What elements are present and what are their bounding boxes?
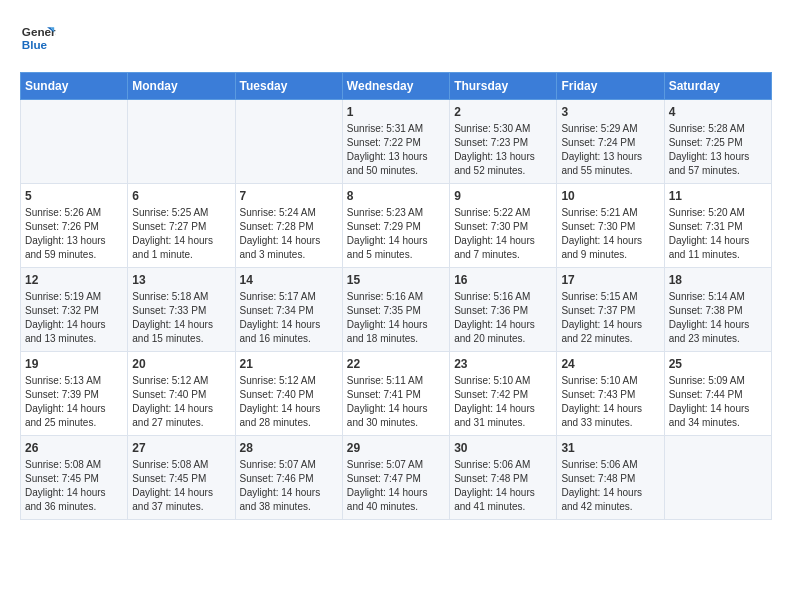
calendar-cell: 17Sunrise: 5:15 AM Sunset: 7:37 PM Dayli… (557, 268, 664, 352)
day-content: Sunrise: 5:31 AM Sunset: 7:22 PM Dayligh… (347, 122, 445, 178)
calendar-cell: 11Sunrise: 5:20 AM Sunset: 7:31 PM Dayli… (664, 184, 771, 268)
day-header-monday: Monday (128, 73, 235, 100)
day-number: 26 (25, 441, 123, 455)
calendar-cell: 18Sunrise: 5:14 AM Sunset: 7:38 PM Dayli… (664, 268, 771, 352)
calendar-cell: 19Sunrise: 5:13 AM Sunset: 7:39 PM Dayli… (21, 352, 128, 436)
calendar-cell: 24Sunrise: 5:10 AM Sunset: 7:43 PM Dayli… (557, 352, 664, 436)
day-content: Sunrise: 5:25 AM Sunset: 7:27 PM Dayligh… (132, 206, 230, 262)
day-number: 9 (454, 189, 552, 203)
day-number: 14 (240, 273, 338, 287)
day-number: 1 (347, 105, 445, 119)
day-number: 28 (240, 441, 338, 455)
day-content: Sunrise: 5:15 AM Sunset: 7:37 PM Dayligh… (561, 290, 659, 346)
day-content: Sunrise: 5:23 AM Sunset: 7:29 PM Dayligh… (347, 206, 445, 262)
day-number: 22 (347, 357, 445, 371)
day-number: 2 (454, 105, 552, 119)
calendar-week-row: 19Sunrise: 5:13 AM Sunset: 7:39 PM Dayli… (21, 352, 772, 436)
calendar-cell: 15Sunrise: 5:16 AM Sunset: 7:35 PM Dayli… (342, 268, 449, 352)
calendar-cell: 12Sunrise: 5:19 AM Sunset: 7:32 PM Dayli… (21, 268, 128, 352)
calendar-week-row: 26Sunrise: 5:08 AM Sunset: 7:45 PM Dayli… (21, 436, 772, 520)
day-content: Sunrise: 5:06 AM Sunset: 7:48 PM Dayligh… (561, 458, 659, 514)
day-number: 7 (240, 189, 338, 203)
day-number: 21 (240, 357, 338, 371)
day-header-friday: Friday (557, 73, 664, 100)
day-header-wednesday: Wednesday (342, 73, 449, 100)
day-content: Sunrise: 5:09 AM Sunset: 7:44 PM Dayligh… (669, 374, 767, 430)
calendar-week-row: 5Sunrise: 5:26 AM Sunset: 7:26 PM Daylig… (21, 184, 772, 268)
day-content: Sunrise: 5:07 AM Sunset: 7:46 PM Dayligh… (240, 458, 338, 514)
calendar-cell: 27Sunrise: 5:08 AM Sunset: 7:45 PM Dayli… (128, 436, 235, 520)
day-number: 29 (347, 441, 445, 455)
day-header-saturday: Saturday (664, 73, 771, 100)
calendar-cell: 7Sunrise: 5:24 AM Sunset: 7:28 PM Daylig… (235, 184, 342, 268)
day-number: 23 (454, 357, 552, 371)
logo-icon: General Blue (20, 20, 56, 56)
calendar-cell: 5Sunrise: 5:26 AM Sunset: 7:26 PM Daylig… (21, 184, 128, 268)
day-content: Sunrise: 5:21 AM Sunset: 7:30 PM Dayligh… (561, 206, 659, 262)
day-number: 3 (561, 105, 659, 119)
calendar-cell: 8Sunrise: 5:23 AM Sunset: 7:29 PM Daylig… (342, 184, 449, 268)
day-number: 10 (561, 189, 659, 203)
day-content: Sunrise: 5:20 AM Sunset: 7:31 PM Dayligh… (669, 206, 767, 262)
day-content: Sunrise: 5:28 AM Sunset: 7:25 PM Dayligh… (669, 122, 767, 178)
day-number: 27 (132, 441, 230, 455)
day-number: 31 (561, 441, 659, 455)
day-content: Sunrise: 5:10 AM Sunset: 7:43 PM Dayligh… (561, 374, 659, 430)
day-number: 19 (25, 357, 123, 371)
calendar-table: SundayMondayTuesdayWednesdayThursdayFrid… (20, 72, 772, 520)
day-number: 20 (132, 357, 230, 371)
day-content: Sunrise: 5:08 AM Sunset: 7:45 PM Dayligh… (25, 458, 123, 514)
day-header-tuesday: Tuesday (235, 73, 342, 100)
day-number: 15 (347, 273, 445, 287)
day-header-thursday: Thursday (450, 73, 557, 100)
calendar-cell (128, 100, 235, 184)
calendar-cell: 9Sunrise: 5:22 AM Sunset: 7:30 PM Daylig… (450, 184, 557, 268)
day-number: 13 (132, 273, 230, 287)
calendar-cell (235, 100, 342, 184)
calendar-cell: 23Sunrise: 5:10 AM Sunset: 7:42 PM Dayli… (450, 352, 557, 436)
day-number: 12 (25, 273, 123, 287)
day-number: 25 (669, 357, 767, 371)
day-number: 30 (454, 441, 552, 455)
day-content: Sunrise: 5:30 AM Sunset: 7:23 PM Dayligh… (454, 122, 552, 178)
day-number: 8 (347, 189, 445, 203)
calendar-cell: 16Sunrise: 5:16 AM Sunset: 7:36 PM Dayli… (450, 268, 557, 352)
calendar-cell: 26Sunrise: 5:08 AM Sunset: 7:45 PM Dayli… (21, 436, 128, 520)
day-content: Sunrise: 5:19 AM Sunset: 7:32 PM Dayligh… (25, 290, 123, 346)
day-number: 18 (669, 273, 767, 287)
day-content: Sunrise: 5:08 AM Sunset: 7:45 PM Dayligh… (132, 458, 230, 514)
day-content: Sunrise: 5:13 AM Sunset: 7:39 PM Dayligh… (25, 374, 123, 430)
calendar-cell: 4Sunrise: 5:28 AM Sunset: 7:25 PM Daylig… (664, 100, 771, 184)
calendar-week-row: 12Sunrise: 5:19 AM Sunset: 7:32 PM Dayli… (21, 268, 772, 352)
logo: General Blue (20, 20, 56, 56)
day-content: Sunrise: 5:16 AM Sunset: 7:35 PM Dayligh… (347, 290, 445, 346)
day-content: Sunrise: 5:07 AM Sunset: 7:47 PM Dayligh… (347, 458, 445, 514)
svg-text:Blue: Blue (22, 38, 48, 51)
day-content: Sunrise: 5:16 AM Sunset: 7:36 PM Dayligh… (454, 290, 552, 346)
day-number: 24 (561, 357, 659, 371)
calendar-cell (21, 100, 128, 184)
day-content: Sunrise: 5:29 AM Sunset: 7:24 PM Dayligh… (561, 122, 659, 178)
day-number: 6 (132, 189, 230, 203)
calendar-cell: 13Sunrise: 5:18 AM Sunset: 7:33 PM Dayli… (128, 268, 235, 352)
day-content: Sunrise: 5:11 AM Sunset: 7:41 PM Dayligh… (347, 374, 445, 430)
calendar-cell: 21Sunrise: 5:12 AM Sunset: 7:40 PM Dayli… (235, 352, 342, 436)
calendar-cell: 28Sunrise: 5:07 AM Sunset: 7:46 PM Dayli… (235, 436, 342, 520)
day-content: Sunrise: 5:18 AM Sunset: 7:33 PM Dayligh… (132, 290, 230, 346)
calendar-cell: 25Sunrise: 5:09 AM Sunset: 7:44 PM Dayli… (664, 352, 771, 436)
day-content: Sunrise: 5:17 AM Sunset: 7:34 PM Dayligh… (240, 290, 338, 346)
day-content: Sunrise: 5:06 AM Sunset: 7:48 PM Dayligh… (454, 458, 552, 514)
calendar-cell: 3Sunrise: 5:29 AM Sunset: 7:24 PM Daylig… (557, 100, 664, 184)
svg-text:General: General (22, 25, 56, 38)
calendar-cell: 1Sunrise: 5:31 AM Sunset: 7:22 PM Daylig… (342, 100, 449, 184)
calendar-cell: 29Sunrise: 5:07 AM Sunset: 7:47 PM Dayli… (342, 436, 449, 520)
calendar-cell: 14Sunrise: 5:17 AM Sunset: 7:34 PM Dayli… (235, 268, 342, 352)
day-number: 4 (669, 105, 767, 119)
day-number: 5 (25, 189, 123, 203)
page-header: General Blue (20, 20, 772, 56)
day-content: Sunrise: 5:24 AM Sunset: 7:28 PM Dayligh… (240, 206, 338, 262)
day-number: 17 (561, 273, 659, 287)
calendar-cell: 22Sunrise: 5:11 AM Sunset: 7:41 PM Dayli… (342, 352, 449, 436)
day-content: Sunrise: 5:22 AM Sunset: 7:30 PM Dayligh… (454, 206, 552, 262)
day-content: Sunrise: 5:12 AM Sunset: 7:40 PM Dayligh… (240, 374, 338, 430)
